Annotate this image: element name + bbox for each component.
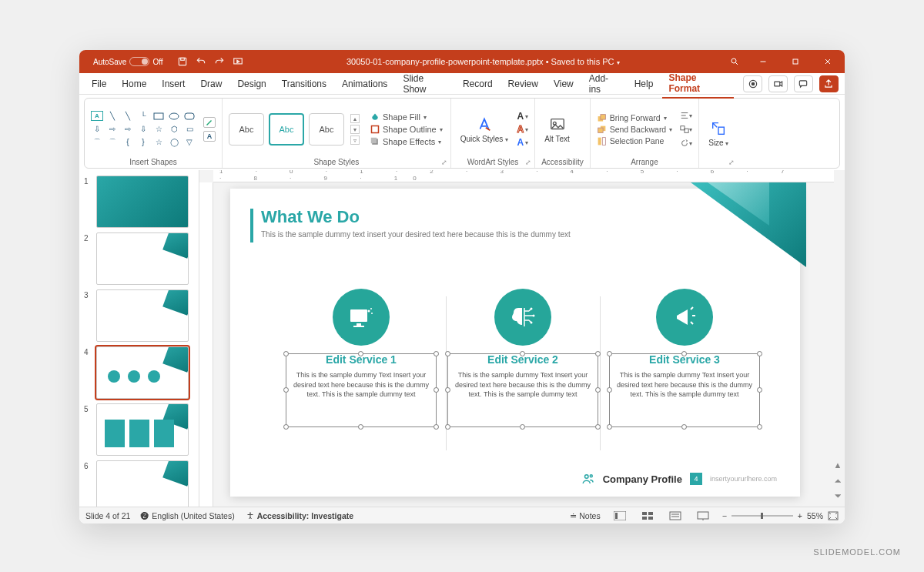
sorter-view-button[interactable] (639, 510, 656, 522)
zoom-value: 55% (807, 511, 823, 520)
powerpoint-window: AutoSave Off 30050-01-company-profile-po… (79, 50, 845, 523)
shape-outline-button[interactable]: Shape Outline (369, 124, 444, 135)
tab-help[interactable]: Help (628, 75, 660, 92)
selection-pane-button[interactable]: Selection Pane (597, 136, 673, 146)
svg-point-38 (590, 475, 592, 477)
status-lang[interactable]: 🅩 English (United States) (141, 511, 234, 520)
slide-title-block[interactable]: What We Do This is the sample dummy text… (261, 207, 571, 239)
style-preset-1[interactable]: Abc (229, 113, 264, 146)
watermark: SLIDEMODEL.COM (813, 547, 901, 557)
present-icon[interactable] (233, 56, 243, 67)
reading-view-button[interactable] (667, 510, 684, 522)
tab-animations[interactable]: Animations (336, 75, 393, 92)
alt-text-button[interactable]: Alt Text (541, 115, 573, 145)
close-button[interactable] (812, 50, 843, 73)
svg-rect-28 (350, 309, 367, 322)
tab-file[interactable]: File (85, 75, 112, 92)
selection-box-1[interactable] (286, 353, 437, 427)
size-button[interactable]: Size (705, 119, 732, 149)
svg-rect-22 (598, 128, 603, 133)
styles-more[interactable]: ▿ (350, 135, 360, 145)
tab-addins[interactable]: Add-ins (583, 70, 625, 98)
thumb-1[interactable]: 1 (79, 173, 199, 230)
svg-rect-30 (353, 326, 364, 327)
minimize-button[interactable] (748, 50, 778, 73)
svg-rect-26 (685, 129, 688, 132)
tab-home[interactable]: Home (116, 75, 152, 92)
thumb-4[interactable]: 4 (79, 344, 199, 401)
tab-review[interactable]: Review (502, 75, 544, 92)
selection-box-3[interactable] (609, 353, 760, 427)
rotate-button[interactable] (680, 138, 692, 149)
comments-button[interactable] (794, 75, 813, 92)
dialog-launcher[interactable]: ⤢ (525, 159, 531, 166)
thumb-2[interactable]: 2 (79, 230, 199, 287)
shape-fill-button[interactable]: Shape Fill (369, 112, 444, 122)
selection-box-2[interactable] (447, 353, 598, 427)
svg-rect-24 (602, 137, 605, 145)
bring-forward-button[interactable]: Bring Forward (597, 113, 673, 123)
tab-shape-format[interactable]: Shape Format (662, 69, 734, 99)
slide-canvas[interactable]: What We Do This is the sample dummy text… (230, 189, 800, 497)
zoom-slider[interactable] (732, 515, 793, 517)
tab-transitions[interactable]: Transitions (276, 75, 333, 92)
shape-effects-button[interactable]: Shape Effects (369, 136, 444, 147)
maximize-button[interactable] (780, 50, 811, 73)
footer-url: insertyoururlhere.com (710, 475, 777, 483)
autosave-toggle[interactable]: AutoSave Off (93, 57, 163, 66)
thumb-3[interactable]: 3 (79, 287, 199, 344)
edit-shape-button[interactable] (203, 117, 216, 128)
notes-button[interactable]: ≐ Notes (570, 511, 600, 520)
tab-insert[interactable]: Insert (156, 75, 191, 92)
group-button[interactable] (680, 124, 692, 135)
text-fill-button[interactable]: A (517, 111, 529, 122)
tab-record[interactable]: Record (457, 75, 499, 92)
dialog-launcher[interactable]: ⤢ (441, 159, 447, 166)
tab-slideshow[interactable]: Slide Show (397, 70, 454, 98)
group-label: Shape Styles (313, 158, 359, 166)
camcorder-button[interactable] (768, 75, 788, 92)
status-accessibility[interactable]: Accessibility: Investigate (246, 511, 353, 520)
thumb-5[interactable]: 5 (79, 401, 199, 458)
prev-slide[interactable]: ⏶ (832, 476, 843, 487)
zoom-control[interactable]: − + 55% (722, 511, 839, 520)
text-effects-button[interactable]: A (517, 137, 529, 148)
quick-styles-button[interactable]: Quick Styles (457, 115, 511, 145)
ruler-horizontal: 1 · 0 · 1 · 2 · 3 · 4 · 5 · 6 · 7 · 8 · … (213, 170, 834, 182)
shape-gallery[interactable]: A ╲╲└ ⇩⇨⇨⇩☆⬡▭ ⌒⌒{}☆◯▽ (91, 111, 196, 148)
zoom-in[interactable]: + (798, 511, 802, 520)
style-preset-2[interactable]: Abc (269, 113, 304, 146)
send-backward-button[interactable]: Send Backward (597, 125, 673, 135)
svg-point-12 (169, 113, 179, 119)
scroll-up[interactable]: ▲ (832, 460, 843, 471)
fit-window-button[interactable] (828, 511, 839, 520)
service-3-icon (656, 289, 713, 346)
save-icon[interactable] (177, 56, 188, 67)
text-outline-button[interactable]: A (517, 124, 529, 135)
thumb-6[interactable]: 6 (79, 458, 199, 507)
camera-button[interactable] (743, 75, 762, 92)
svg-rect-10 (800, 80, 807, 85)
svg-rect-9 (774, 82, 779, 86)
tab-design[interactable]: Design (231, 75, 272, 92)
tab-view[interactable]: View (547, 75, 580, 92)
zoom-out[interactable]: − (722, 511, 727, 520)
svg-point-35 (533, 315, 535, 317)
status-slide[interactable]: Slide 4 of 21 (85, 511, 130, 520)
svg-rect-2 (179, 58, 186, 65)
styles-up[interactable]: ▴ (350, 114, 360, 123)
undo-icon[interactable] (196, 56, 206, 67)
svg-rect-29 (357, 323, 361, 326)
style-preset-3[interactable]: Abc (309, 113, 344, 146)
redo-icon[interactable] (214, 56, 225, 67)
dialog-launcher[interactable]: ⤢ (728, 159, 735, 166)
text-box-button[interactable]: A (203, 131, 216, 142)
tab-draw[interactable]: Draw (194, 75, 228, 92)
align-button[interactable] (680, 110, 692, 121)
share-button[interactable] (819, 75, 839, 92)
styles-down[interactable]: ▾ (350, 125, 360, 134)
normal-view-button[interactable] (611, 510, 628, 522)
slideshow-view-button[interactable] (695, 510, 711, 522)
thumbnail-panel[interactable]: 1 2 3 4 5 6 7 8 (79, 170, 199, 507)
next-slide[interactable]: ⏷ (832, 491, 843, 502)
